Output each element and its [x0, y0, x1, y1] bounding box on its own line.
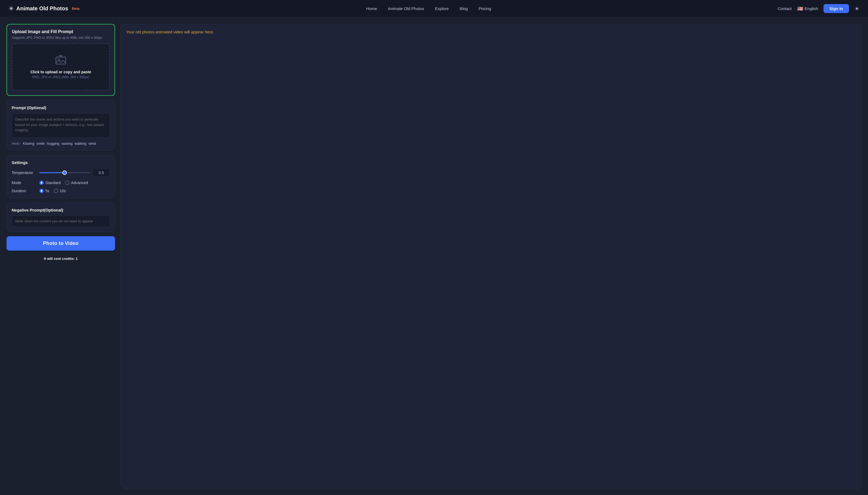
duration-5s-radio[interactable]	[39, 189, 44, 193]
duration-label: Duration	[12, 189, 36, 193]
hint-wind[interactable]: wind	[89, 141, 96, 146]
upload-click-text: Click to upload or copy and paste	[30, 70, 91, 74]
mode-standard-text: Standard	[45, 181, 61, 185]
header-right: Contact 🇺🇸 English Sign In ☀	[778, 4, 859, 13]
hint-waving[interactable]: waving	[61, 141, 72, 146]
upload-section: Upload Image and Fill Prompt Supports JP…	[6, 24, 115, 96]
temperature-label: Temperature	[12, 171, 36, 175]
nav-explore[interactable]: Explore	[435, 6, 449, 11]
negative-prompt-section: Negative Prompt(Optional)	[6, 203, 115, 232]
temperature-slider[interactable]	[39, 172, 90, 173]
duration-10s-label[interactable]: 10s	[54, 189, 66, 193]
upload-click-bold: Click to upload	[30, 70, 57, 74]
upload-dropzone[interactable]: Click to upload or copy and paste PNG, J…	[12, 44, 110, 90]
preview-placeholder: Your old photos animated video will appe…	[126, 30, 214, 34]
upload-or-text: or copy and paste	[57, 70, 91, 74]
main-layout: Upload Image and Fill Prompt Supports JP…	[0, 17, 868, 495]
svg-rect-0	[56, 57, 66, 64]
mode-row: Mode Standard Advanced	[12, 181, 110, 185]
hint-kissing[interactable]: Kissing	[23, 141, 34, 146]
mode-advanced-label[interactable]: Advanced	[65, 181, 88, 185]
mode-radio-group: Standard Advanced	[39, 181, 88, 185]
mode-advanced-text: Advanced	[71, 181, 88, 185]
mode-standard-label[interactable]: Standard	[39, 181, 61, 185]
contact-link[interactable]: Contact	[778, 6, 792, 11]
nav-home[interactable]: Home	[366, 6, 377, 11]
duration-radio-group: 5s 10s	[39, 189, 66, 193]
nav-animate[interactable]: Animate Old Photos	[388, 6, 424, 11]
duration-5s-label[interactable]: 5s	[39, 189, 49, 193]
negative-prompt-title: Negative Prompt(Optional)	[12, 208, 110, 212]
theme-toggle-icon[interactable]: ☀	[854, 5, 859, 12]
hint-smile[interactable]: smile	[36, 141, 45, 146]
language-selector[interactable]: 🇺🇸 English	[797, 6, 818, 12]
mode-label: Mode	[12, 181, 36, 185]
duration-10s-text: 10s	[60, 189, 66, 193]
settings-title: Settings	[12, 160, 110, 165]
nav-pricing[interactable]: Pricing	[479, 6, 491, 11]
sign-in-button[interactable]: Sign In	[823, 4, 849, 13]
cost-text: It will cost credits: 1	[6, 257, 115, 261]
hints-row: Hints: Kissing smile hugging waving walk…	[12, 141, 110, 146]
prompt-textarea[interactable]	[12, 113, 110, 138]
duration-10s-radio[interactable]	[54, 189, 58, 193]
language-label: English	[805, 6, 818, 11]
flag-icon: 🇺🇸	[797, 6, 803, 12]
temperature-value: 0.5	[92, 169, 110, 177]
prompt-section: Prompt (Optional) Hints: Kissing smile h…	[6, 100, 115, 151]
settings-section: Settings Temperature 0.5 Mode Standard	[6, 155, 115, 198]
left-panel: Upload Image and Fill Prompt Supports JP…	[6, 24, 115, 489]
header: ✳ Animate Old Photos Beta Home Animate O…	[0, 0, 868, 17]
duration-row: Duration 5s 10s	[12, 189, 110, 193]
image-upload-icon	[55, 55, 66, 67]
logo-beta: Beta	[72, 6, 79, 11]
temperature-slider-container: 0.5	[39, 169, 110, 177]
logo-icon: ✳	[9, 5, 14, 12]
prompt-title: Prompt (Optional)	[12, 105, 110, 110]
hint-walking[interactable]: walking	[75, 141, 86, 146]
upload-format-text: PNG, JPG or JPEG (MIN. 300 x 300px)	[32, 75, 89, 79]
hints-label: Hints:	[12, 141, 21, 146]
mode-standard-radio[interactable]	[39, 181, 44, 185]
hint-hugging[interactable]: hugging	[47, 141, 59, 146]
temperature-row: Temperature 0.5	[12, 169, 110, 177]
duration-5s-text: 5s	[45, 189, 49, 193]
main-nav: Home Animate Old Photos Explore Blog Pri…	[366, 6, 491, 11]
negative-prompt-input[interactable]	[12, 216, 110, 227]
nav-blog[interactable]: Blog	[460, 6, 468, 11]
preview-panel: Your old photos animated video will appe…	[121, 24, 862, 489]
logo-text: Animate Old Photos	[16, 5, 68, 12]
mode-advanced-radio[interactable]	[65, 181, 69, 185]
upload-subtitle: Supports JPG, PNG or JPEG files up to 4M…	[12, 36, 110, 40]
logo-area: ✳ Animate Old Photos Beta	[9, 5, 79, 12]
cost-text-strong: It will cost credits: 1	[44, 257, 77, 261]
upload-title: Upload Image and Fill Prompt	[12, 29, 110, 34]
generate-button[interactable]: Photo to Video	[6, 236, 115, 251]
